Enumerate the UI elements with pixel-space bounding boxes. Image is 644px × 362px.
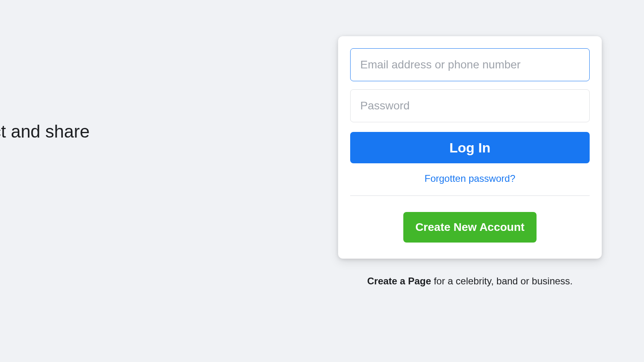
login-page: book helps you connect and share ople in… bbox=[0, 0, 644, 362]
brand-tagline: helps you connect and share ople in your… bbox=[0, 121, 266, 163]
login-panel: Log In Forgotten password? Create New Ac… bbox=[338, 36, 602, 287]
brand-logo: book bbox=[0, 76, 266, 119]
email-input[interactable] bbox=[350, 48, 590, 81]
create-page-rest: for a celebrity, band or business. bbox=[431, 276, 573, 286]
tagline-line-1: helps you connect and share bbox=[0, 121, 90, 141]
login-button[interactable]: Log In bbox=[350, 132, 590, 163]
create-page-text: Create a Page for a celebrity, band or b… bbox=[338, 276, 602, 287]
create-page-link[interactable]: Create a Page bbox=[367, 276, 431, 286]
forgot-password-link[interactable]: Forgotten password? bbox=[425, 173, 515, 184]
login-card: Log In Forgotten password? Create New Ac… bbox=[338, 36, 602, 259]
create-account-button[interactable]: Create New Account bbox=[403, 212, 537, 243]
password-input[interactable] bbox=[350, 89, 590, 122]
brand-panel: book helps you connect and share ople in… bbox=[0, 76, 266, 163]
divider bbox=[350, 195, 590, 196]
